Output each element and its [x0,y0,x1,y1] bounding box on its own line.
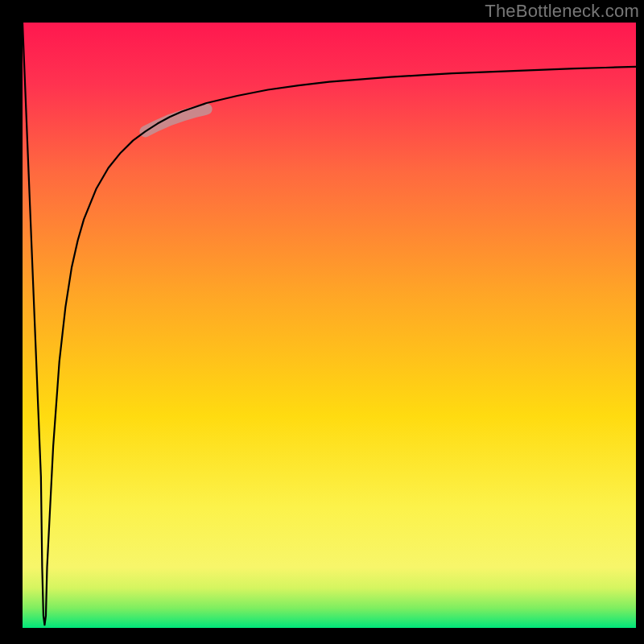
bottleneck-chart [0,0,644,644]
watermark-text: TheBottleneck.com [485,1,639,22]
plot-background [23,23,636,628]
